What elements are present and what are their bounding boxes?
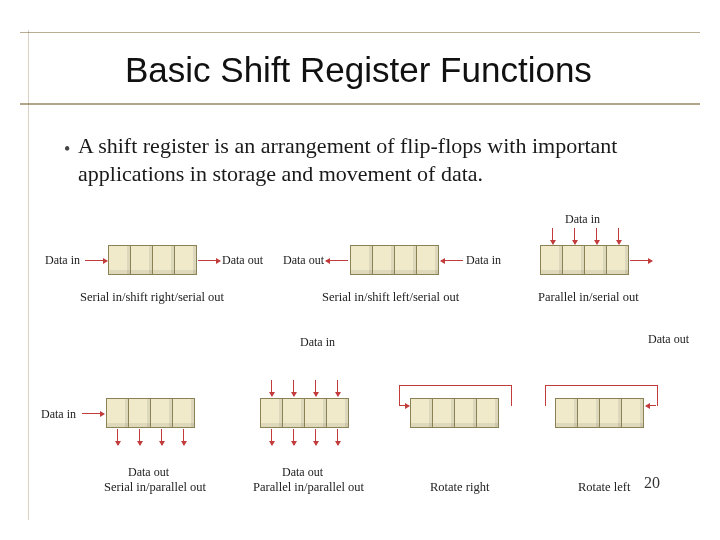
arrow-down-icon	[293, 429, 294, 445]
caption-piso: Parallel in/serial out	[538, 290, 639, 305]
arrow-right-icon	[399, 405, 409, 406]
arrow-down-icon	[293, 380, 294, 396]
register-siso-right	[108, 245, 196, 275]
bullet-icon: •	[64, 138, 70, 161]
arrow-down-icon	[139, 429, 140, 445]
rule-top	[20, 32, 700, 33]
arrow-right-icon	[82, 413, 104, 414]
label-data-in: Data in	[300, 335, 335, 350]
arrow-down-icon	[337, 380, 338, 396]
arrow-down-icon	[574, 228, 575, 244]
arrow-down-icon	[271, 380, 272, 396]
label-data-in: Data in	[45, 253, 80, 268]
arrow-down-icon	[117, 429, 118, 445]
register-sipo	[106, 398, 194, 428]
loop-line	[399, 385, 512, 406]
caption-siso-left: Serial in/shift left/serial out	[322, 290, 459, 305]
caption-siso-right: Serial in/shift right/serial out	[80, 290, 224, 305]
label-data-out: Data out	[648, 332, 689, 347]
arrow-right-icon	[198, 260, 220, 261]
register-siso-left	[350, 245, 438, 275]
label-data-out: Data out	[282, 465, 323, 480]
arrow-left-icon	[441, 260, 463, 261]
arrow-down-icon	[183, 429, 184, 445]
label-data-in: Data in	[565, 212, 600, 227]
loop-line	[545, 385, 658, 406]
label-data-in: Data in	[466, 253, 501, 268]
caption-pipo: Parallel in/parallel out	[253, 480, 364, 495]
arrow-left-icon	[326, 260, 348, 261]
arrow-down-icon	[315, 380, 316, 396]
arrow-down-icon	[315, 429, 316, 445]
page-number: 20	[644, 474, 660, 492]
caption-rotate-left: Rotate left	[578, 480, 630, 495]
register-piso	[540, 245, 628, 275]
arrow-down-icon	[596, 228, 597, 244]
label-data-out: Data out	[283, 253, 324, 268]
bullet-text: • A shift register is an arrangement of …	[78, 132, 680, 187]
page-title: Basic Shift Register Functions	[125, 50, 592, 90]
arrow-down-icon	[271, 429, 272, 445]
rule-under-title	[20, 103, 700, 105]
arrow-down-icon	[552, 228, 553, 244]
label-data-out: Data out	[128, 465, 169, 480]
arrow-down-icon	[161, 429, 162, 445]
bullet-content: A shift register is an arrangement of fl…	[78, 133, 617, 186]
label-data-out: Data out	[222, 253, 263, 268]
arrow-right-icon	[630, 260, 652, 261]
caption-rotate-right: Rotate right	[430, 480, 489, 495]
label-data-in: Data in	[41, 407, 76, 422]
register-pipo	[260, 398, 348, 428]
slide: Basic Shift Register Functions • A shift…	[0, 0, 720, 540]
arrow-down-icon	[337, 429, 338, 445]
arrow-right-icon	[85, 260, 107, 261]
arrow-left-icon	[646, 405, 656, 406]
arrow-down-icon	[618, 228, 619, 244]
caption-sipo: Serial in/parallel out	[104, 480, 206, 495]
